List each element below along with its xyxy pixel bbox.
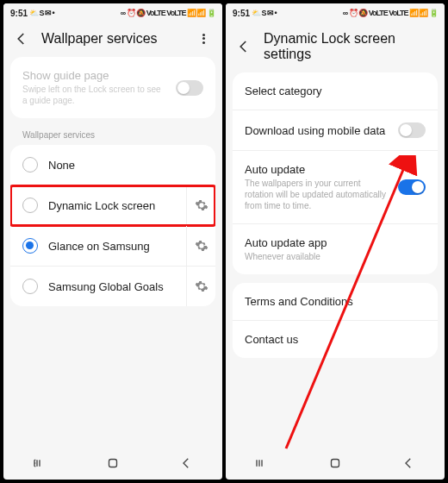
recent-apps-icon[interactable]	[32, 455, 47, 471]
home-icon[interactable]	[105, 455, 121, 471]
status-bar: 9:51 ⛅ S ✉ • ∞ ⏰ 🔕 VoLTE VoLTE 📶 📶 🔋	[226, 3, 445, 22]
download-mobile-data-row[interactable]: Download using mobile data	[233, 110, 438, 151]
radio-icon[interactable]	[22, 157, 38, 172]
status-right-icons: ∞ ⏰ 🔕 VoLTE VoLTE 📶 📶 🔋	[343, 9, 438, 17]
radio-icon[interactable]	[22, 198, 38, 213]
row-subtitle: Whenever available	[245, 251, 426, 262]
gear-icon[interactable]	[186, 267, 215, 306]
service-option-none[interactable]: None	[10, 145, 215, 185]
row-title: Auto update app	[245, 236, 426, 249]
nav-back-icon[interactable]	[178, 455, 194, 471]
auto-update-row[interactable]: Auto update The wallpapers in your curre…	[233, 151, 438, 224]
page-title: Wallpaper services	[41, 31, 186, 47]
status-bar: 9:51 ⛅ S ✉ • ∞ ⏰ 🔕 VoLTE VoLTE 📶 📶 🔋	[3, 3, 222, 22]
status-left-icons: ⛅ S ✉ •	[252, 9, 277, 17]
row-title: Download using mobile data	[245, 124, 388, 137]
option-label: Samsung Global Goals	[48, 280, 176, 293]
row-title: Terms and Conditions	[245, 295, 426, 308]
row-subtitle: The wallpapers in your current rotation …	[245, 178, 388, 211]
option-label: Dynamic Lock screen	[48, 199, 176, 212]
terms-row[interactable]: Terms and Conditions	[233, 283, 438, 321]
show-guide-page-row[interactable]: Show guide page Swipe left on the Lock s…	[10, 57, 215, 118]
row-subtitle: Swipe left on the Lock screen to see a g…	[22, 84, 165, 106]
title-bar: Dynamic Lock screen settings	[226, 22, 445, 72]
home-icon[interactable]	[327, 455, 343, 471]
service-option-glance[interactable]: Glance on Samsung	[10, 226, 215, 267]
row-title: Auto update	[245, 163, 388, 176]
guide-toggle[interactable]	[176, 80, 203, 96]
nav-bar	[3, 447, 222, 480]
status-left-icons: ⛅ S ✉ •	[29, 9, 54, 17]
row-title: Select category	[245, 85, 426, 97]
gear-icon[interactable]	[186, 185, 215, 225]
gear-icon[interactable]	[186, 226, 215, 266]
auto-update-toggle[interactable]	[398, 179, 426, 195]
radio-icon[interactable]	[22, 238, 38, 254]
nav-bar	[226, 447, 445, 480]
option-label: None	[48, 159, 203, 172]
status-time: 9:51	[10, 9, 28, 18]
option-label: Glance on Samsung	[48, 240, 176, 253]
screenshot-right: 9:51 ⛅ S ✉ • ∞ ⏰ 🔕 VoLTE VoLTE 📶 📶 🔋 Dyn…	[226, 3, 445, 480]
recent-apps-icon[interactable]	[254, 455, 270, 471]
auto-update-app-row[interactable]: Auto update app Whenever available	[233, 224, 438, 274]
status-time: 9:51	[233, 9, 250, 18]
overflow-menu-icon[interactable]	[198, 32, 212, 46]
radio-icon[interactable]	[22, 279, 38, 294]
contact-us-row[interactable]: Contact us	[233, 321, 438, 358]
download-mobile-toggle[interactable]	[398, 122, 426, 138]
title-bar: Wallpaper services	[3, 22, 222, 57]
screenshot-left: 9:51 ⛅ S ✉ • ∞ ⏰ 🔕 VoLTE VoLTE 📶 📶 🔋 Wal…	[3, 3, 222, 480]
svg-rect-1	[331, 460, 339, 467]
back-icon[interactable]	[236, 39, 252, 54]
service-option-dynamic-lock-screen[interactable]: Dynamic Lock screen	[10, 185, 215, 226]
back-icon[interactable]	[14, 31, 29, 47]
section-label: Wallpaper services	[10, 127, 215, 145]
service-option-samsung-global-goals[interactable]: Samsung Global Goals	[10, 267, 215, 306]
status-right-icons: ∞ ⏰ 🔕 VoLTE VoLTE 📶 📶 🔋	[121, 9, 215, 17]
nav-back-icon[interactable]	[401, 455, 416, 471]
page-title: Dynamic Lock screen settings	[264, 31, 434, 62]
row-title: Contact us	[245, 333, 426, 346]
svg-rect-0	[109, 460, 116, 467]
select-category-row[interactable]: Select category	[233, 72, 438, 110]
row-title: Show guide page	[22, 69, 165, 82]
